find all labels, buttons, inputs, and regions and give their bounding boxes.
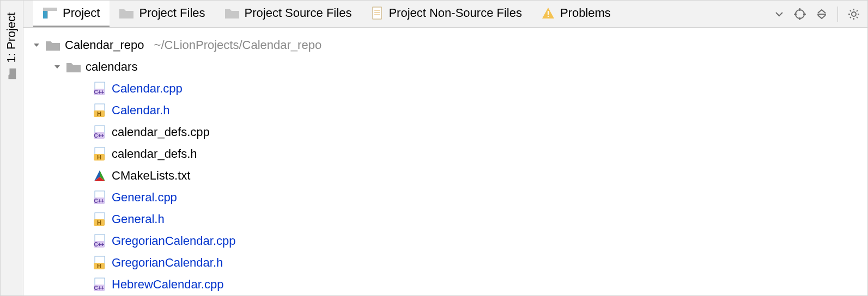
svg-rect-3 — [373, 7, 381, 19]
tree-file[interactable]: HGeneral.h — [23, 208, 867, 230]
svg-rect-2 — [48, 11, 57, 18]
tree-file[interactable]: C++calendar_defs.cpp — [23, 121, 867, 143]
svg-text:H: H — [97, 110, 101, 117]
cpp-file-icon: C++ — [92, 278, 107, 292]
tree-node-path: ~/CLionProjects/Calendar_repo — [154, 38, 322, 52]
tree-file[interactable]: C++General.cpp — [23, 187, 867, 208]
folder-open-icon — [45, 40, 60, 51]
svg-rect-8 — [548, 16, 549, 17]
collapse-all-button[interactable] — [816, 8, 828, 20]
cpp-file-icon: C++ — [92, 82, 107, 96]
sidebar-tab-project[interactable]: 1: Project — [5, 13, 19, 79]
svg-text:C++: C++ — [94, 89, 105, 95]
collapse-icon — [816, 8, 828, 20]
svg-line-22 — [850, 17, 851, 18]
tree-folder[interactable]: calendars — [23, 56, 867, 78]
tree-node-label: calendars — [86, 60, 137, 74]
svg-point-15 — [852, 12, 856, 16]
tree-file[interactable]: CMakeLists.txt — [23, 165, 867, 187]
tree-node-label: Calendar.h — [112, 103, 169, 118]
svg-text:C++: C++ — [94, 242, 105, 248]
warning-icon — [542, 7, 555, 19]
svg-text:C++: C++ — [94, 198, 105, 204]
gear-icon — [848, 8, 860, 20]
tab-label: Project Non-Source Files — [389, 6, 522, 20]
h-file-icon: H — [92, 256, 107, 270]
cmake-file-icon — [92, 169, 107, 182]
tool-window-tabbar: ProjectProject FilesProject Source Files… — [23, 1, 867, 28]
tree-node-label: Calendar_repo — [65, 38, 144, 52]
target-icon — [794, 8, 806, 20]
target-button[interactable] — [794, 8, 806, 20]
tab-label: Problems — [560, 6, 611, 20]
tree-node-label: GregorianCalendar.cpp — [112, 234, 235, 248]
view-menu-button[interactable] — [774, 9, 784, 19]
cpp-file-icon: C++ — [92, 234, 107, 248]
svg-text:C++: C++ — [94, 285, 105, 291]
cpp-file-icon: C++ — [92, 190, 107, 205]
h-file-icon: H — [92, 103, 107, 118]
tree-node-label: Calendar.cpp — [112, 82, 183, 96]
folder-icon — [225, 8, 239, 18]
tree-file[interactable]: C++Calendar.cpp — [23, 78, 867, 100]
chevron-down-icon — [774, 9, 784, 19]
tree-file[interactable]: Hcalendar_defs.h — [23, 143, 867, 165]
tab-label: Project Source Files — [245, 6, 352, 20]
svg-line-23 — [857, 10, 858, 11]
tree-node-label: calendar_defs.cpp — [112, 125, 210, 139]
window-icon — [43, 8, 57, 18]
tree-node-label: General.h — [112, 212, 165, 226]
svg-text:H: H — [97, 219, 101, 226]
tab-project[interactable]: Project — [33, 1, 110, 27]
tree-file[interactable]: C++HebrewCalendar.cpp — [23, 274, 867, 295]
h-file-icon: H — [92, 212, 107, 226]
toolbar-separator — [837, 7, 838, 22]
tree-node-label: General.cpp — [112, 190, 177, 205]
settings-button[interactable] — [848, 8, 860, 20]
tab-project-source-files[interactable]: Project Source Files — [215, 1, 362, 27]
arrow-expanded-icon[interactable] — [31, 41, 42, 49]
h-file-icon: H — [92, 147, 107, 161]
project-tree: Calendar_repo~/CLionProjects/Calendar_re… — [23, 28, 867, 295]
svg-line-20 — [850, 10, 851, 11]
tab-project-files[interactable]: Project Files — [110, 1, 215, 27]
tree-node-label: HebrewCalendar.cpp — [112, 278, 223, 292]
tab-label: Project Files — [139, 6, 205, 20]
tree-file[interactable]: HCalendar.h — [23, 100, 867, 121]
tab-problems[interactable]: Problems — [532, 1, 621, 27]
svg-point-9 — [796, 10, 804, 18]
tree-node-label: calendar_defs.h — [112, 147, 197, 161]
project-tool-window: 1: Project ProjectProject FilesProject S… — [0, 0, 868, 296]
svg-text:H: H — [97, 263, 101, 269]
tool-window-sidebar: 1: Project — [1, 1, 23, 295]
tool-window-toolbar — [774, 1, 867, 27]
file-icon — [371, 7, 383, 20]
tree-node-label: CMakeLists.txt — [112, 169, 190, 183]
svg-text:H: H — [97, 154, 101, 161]
tree-file[interactable]: HGregorianCalendar.h — [23, 252, 867, 274]
folder-icon — [119, 8, 133, 18]
tree-folder[interactable]: Calendar_repo~/CLionProjects/Calendar_re… — [23, 34, 867, 56]
tree-node-label: GregorianCalendar.h — [112, 256, 223, 270]
main-panel: ProjectProject FilesProject Source Files… — [23, 1, 867, 295]
tab-label: Project — [63, 6, 100, 20]
tab-project-non-source-files[interactable]: Project Non-Source Files — [361, 1, 532, 27]
svg-rect-1 — [43, 11, 47, 18]
svg-text:C++: C++ — [94, 133, 105, 139]
folder-icon — [8, 68, 16, 79]
folder-open-icon — [66, 61, 81, 72]
sidebar-tab-label: 1: Project — [5, 13, 19, 63]
arrow-expanded-icon[interactable] — [52, 63, 63, 71]
cpp-file-icon: C++ — [92, 125, 107, 139]
svg-line-21 — [857, 17, 858, 18]
tree-file[interactable]: C++GregorianCalendar.cpp — [23, 230, 867, 252]
svg-rect-7 — [548, 11, 549, 15]
